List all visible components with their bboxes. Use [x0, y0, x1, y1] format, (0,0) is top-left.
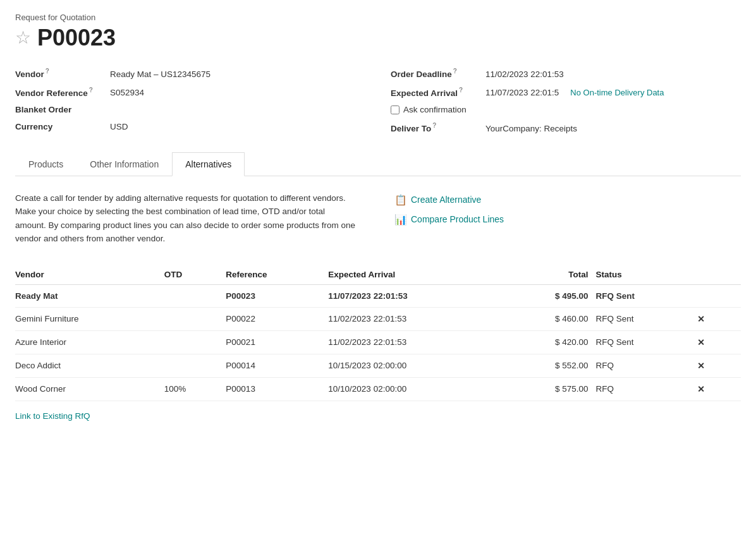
compare-product-lines-label: Compare Product Lines	[411, 214, 504, 224]
cell-status: RFQ Sent	[595, 307, 693, 330]
cell-delete	[693, 284, 741, 307]
expected-arrival-label: Expected Arrival?	[391, 87, 479, 98]
favorite-star-icon[interactable]: ☆	[15, 29, 31, 47]
compare-product-lines-button[interactable]: 📊 Compare Product Lines	[394, 214, 533, 226]
cell-status: RFQ Sent	[595, 284, 693, 307]
col-status: Status	[595, 265, 693, 285]
create-alternative-icon: 📋	[394, 194, 407, 206]
ask-confirmation-checkbox[interactable]	[391, 106, 399, 114]
cell-delete[interactable]: ✕	[693, 330, 741, 354]
col-reference: Reference	[226, 265, 328, 285]
cell-vendor: Wood Corner	[15, 377, 164, 401]
table-row: Gemini FurnitureP0002211/02/2023 22:01:5…	[15, 307, 741, 330]
cell-expected-arrival: 10/10/2023 02:00:00	[328, 377, 510, 401]
order-deadline-value: 11/02/2023 22:01:53	[485, 69, 564, 79]
cell-otd: 100%	[164, 377, 226, 401]
alternatives-description: Create a call for tender by adding alter…	[15, 191, 357, 246]
cell-total: $ 575.00	[510, 377, 595, 401]
cell-delete[interactable]: ✕	[693, 354, 741, 377]
cell-vendor: Deco Addict	[15, 354, 164, 377]
cell-otd	[164, 307, 226, 330]
vendor-reference-label: Vendor Reference?	[15, 87, 104, 98]
delete-row-button[interactable]: ✕	[693, 383, 709, 395]
ask-confirmation-label: Ask confirmation	[403, 105, 466, 114]
cell-reference: P00022	[226, 307, 328, 330]
deliver-to-value: YourCompany: Receipts	[485, 124, 577, 133]
cell-total: $ 495.00	[510, 284, 595, 307]
vendor-reference-value: S052934	[110, 88, 144, 97]
cell-vendor: Azure Interior	[15, 330, 164, 354]
tab-alternatives[interactable]: Alternatives	[172, 152, 245, 176]
create-alternative-label: Create Alternative	[411, 195, 481, 205]
cell-vendor: Gemini Furniture	[15, 307, 164, 330]
cell-otd	[164, 284, 226, 307]
vendor-table: Vendor OTD Reference Expected Arrival To…	[15, 265, 741, 401]
page-breadcrumb: Request for Quotation	[15, 13, 741, 22]
cell-total: $ 460.00	[510, 307, 595, 330]
cell-status: RFQ	[595, 354, 693, 377]
tab-bar: Products Other Information Alternatives	[15, 152, 741, 176]
cell-reference: P00023	[226, 284, 328, 307]
vendor-label: Vendor?	[15, 68, 104, 79]
cell-expected-arrival: 11/02/2023 22:01:53	[328, 330, 510, 354]
col-actions	[693, 265, 741, 285]
cell-expected-arrival: 11/07/2023 22:01:53	[328, 284, 510, 307]
delete-row-button[interactable]: ✕	[693, 336, 709, 349]
table-row: Deco AddictP0001410/15/2023 02:00:00$ 55…	[15, 354, 741, 377]
compare-icon: 📊	[394, 214, 407, 226]
table-row: Wood Corner100%P0001310/10/2023 02:00:00…	[15, 377, 741, 401]
order-deadline-label: Order Deadline?	[391, 68, 479, 79]
tab-products[interactable]: Products	[15, 152, 76, 176]
create-alternative-button[interactable]: 📋 Create Alternative	[394, 194, 533, 206]
cell-reference: P00013	[226, 377, 328, 401]
cell-status: RFQ Sent	[595, 330, 693, 354]
blanket-order-label: Blanket Order	[15, 105, 104, 114]
cell-expected-arrival: 11/02/2023 22:01:53	[328, 307, 510, 330]
tab-other-information[interactable]: Other Information	[76, 152, 172, 176]
delete-row-button[interactable]: ✕	[693, 359, 709, 372]
table-row: Ready MatP0002311/07/2023 22:01:53$ 495.…	[15, 284, 741, 307]
cell-delete[interactable]: ✕	[693, 377, 741, 401]
col-total: Total	[510, 265, 595, 285]
deliver-to-label: Deliver To?	[391, 122, 479, 133]
expected-arrival-value: 11/07/2023 22:01:5	[485, 88, 559, 97]
currency-label: Currency	[15, 122, 104, 131]
cell-reference: P00021	[226, 330, 328, 354]
delete-row-button[interactable]: ✕	[693, 313, 709, 325]
cell-expected-arrival: 10/15/2023 02:00:00	[328, 354, 510, 377]
cell-delete[interactable]: ✕	[693, 307, 741, 330]
page-title: P00023	[37, 25, 116, 51]
cell-reference: P00014	[226, 354, 328, 377]
col-vendor: Vendor	[15, 265, 164, 285]
cell-status: RFQ	[595, 377, 693, 401]
col-expected-arrival: Expected Arrival	[328, 265, 510, 285]
table-row: Azure InteriorP0002111/02/2023 22:01:53$…	[15, 330, 741, 354]
cell-otd	[164, 354, 226, 377]
cell-total: $ 552.00	[510, 354, 595, 377]
currency-value: USD	[110, 122, 128, 131]
cell-otd	[164, 330, 226, 354]
link-existing-rfq-button[interactable]: Link to Existing RfQ	[15, 411, 90, 421]
vendor-value: Ready Mat – US12345675	[110, 69, 210, 79]
cell-vendor: Ready Mat	[15, 284, 164, 307]
cell-total: $ 420.00	[510, 330, 595, 354]
no-delivery-badge: No On-time Delivery Data	[570, 88, 664, 97]
col-otd: OTD	[164, 265, 226, 285]
